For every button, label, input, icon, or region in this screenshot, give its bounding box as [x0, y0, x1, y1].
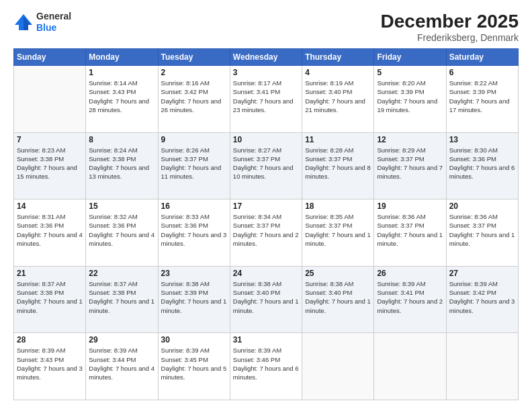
calendar-cell: 29Sunrise: 8:39 AMSunset: 3:44 PMDayligh…: [86, 333, 158, 400]
calendar-cell: 16Sunrise: 8:33 AMSunset: 3:36 PMDayligh…: [158, 199, 230, 267]
day-number: 18: [305, 201, 371, 211]
day-info: Sunrise: 8:17 AMSunset: 3:41 PMDaylight:…: [233, 79, 299, 114]
day-info: Sunrise: 8:32 AMSunset: 3:36 PMDaylight:…: [89, 212, 154, 248]
calendar-cell: 12Sunrise: 8:29 AMSunset: 3:37 PMDayligh…: [374, 132, 446, 199]
calendar-cell: 19Sunrise: 8:36 AMSunset: 3:37 PMDayligh…: [374, 199, 446, 267]
page: General Blue December 2025 Frederiksberg…: [0, 0, 532, 411]
day-header-monday: Monday: [86, 49, 158, 66]
day-info: Sunrise: 8:14 AMSunset: 3:43 PMDaylight:…: [89, 79, 154, 114]
calendar-cell: 22Sunrise: 8:37 AMSunset: 3:38 PMDayligh…: [86, 266, 158, 333]
day-number: 22: [89, 269, 154, 278]
day-info: Sunrise: 8:28 AMSunset: 3:37 PMDaylight:…: [305, 146, 371, 181]
calendar-header-row: SundayMondayTuesdayWednesdayThursdayFrid…: [14, 49, 519, 66]
month-title: December 2025: [381, 11, 519, 32]
day-number: 7: [17, 135, 83, 144]
calendar-week-row: 7Sunrise: 8:23 AMSunset: 3:38 PMDaylight…: [14, 132, 519, 199]
day-number: 17: [233, 201, 299, 211]
calendar-cell: [446, 333, 518, 400]
day-number: 1: [89, 68, 154, 77]
day-info: Sunrise: 8:39 AMSunset: 3:44 PMDaylight:…: [89, 346, 154, 381]
day-number: 12: [377, 135, 443, 144]
day-info: Sunrise: 8:33 AMSunset: 3:36 PMDaylight:…: [161, 212, 227, 248]
day-header-friday: Friday: [374, 49, 446, 66]
day-number: 5: [377, 68, 443, 77]
calendar-cell: 24Sunrise: 8:38 AMSunset: 3:40 PMDayligh…: [230, 266, 302, 333]
day-info: Sunrise: 8:31 AMSunset: 3:36 PMDaylight:…: [17, 212, 83, 248]
day-info: Sunrise: 8:39 AMSunset: 3:43 PMDaylight:…: [17, 346, 83, 381]
calendar-cell: 11Sunrise: 8:28 AMSunset: 3:37 PMDayligh…: [302, 132, 374, 199]
day-number: 4: [305, 68, 371, 77]
day-header-saturday: Saturday: [446, 49, 518, 66]
day-info: Sunrise: 8:24 AMSunset: 3:38 PMDaylight:…: [89, 146, 154, 181]
day-number: 30: [161, 335, 227, 345]
calendar: SundayMondayTuesdayWednesdayThursdayFrid…: [13, 48, 519, 400]
day-number: 28: [17, 335, 83, 345]
calendar-cell: 8Sunrise: 8:24 AMSunset: 3:38 PMDaylight…: [86, 132, 158, 199]
day-info: Sunrise: 8:38 AMSunset: 3:40 PMDaylight:…: [233, 279, 299, 315]
calendar-cell: 26Sunrise: 8:39 AMSunset: 3:41 PMDayligh…: [374, 266, 446, 333]
calendar-cell: [14, 66, 86, 133]
day-header-wednesday: Wednesday: [230, 49, 302, 66]
location: Frederiksberg, Denmark: [381, 32, 519, 43]
calendar-week-row: 28Sunrise: 8:39 AMSunset: 3:43 PMDayligh…: [14, 333, 519, 400]
calendar-cell: 10Sunrise: 8:27 AMSunset: 3:37 PMDayligh…: [230, 132, 302, 199]
day-info: Sunrise: 8:27 AMSunset: 3:37 PMDaylight:…: [233, 146, 299, 181]
day-info: Sunrise: 8:36 AMSunset: 3:37 PMDaylight:…: [377, 212, 443, 248]
calendar-cell: 13Sunrise: 8:30 AMSunset: 3:36 PMDayligh…: [446, 132, 518, 199]
day-number: 3: [233, 68, 299, 77]
calendar-cell: [302, 333, 374, 400]
day-number: 16: [161, 201, 227, 211]
calendar-cell: 20Sunrise: 8:36 AMSunset: 3:37 PMDayligh…: [446, 199, 518, 267]
calendar-cell: 18Sunrise: 8:35 AMSunset: 3:37 PMDayligh…: [302, 199, 374, 267]
calendar-cell: 1Sunrise: 8:14 AMSunset: 3:43 PMDaylight…: [86, 66, 158, 133]
calendar-cell: 28Sunrise: 8:39 AMSunset: 3:43 PMDayligh…: [14, 333, 86, 400]
day-info: Sunrise: 8:29 AMSunset: 3:37 PMDaylight:…: [377, 146, 443, 181]
calendar-cell: 7Sunrise: 8:23 AMSunset: 3:38 PMDaylight…: [14, 132, 86, 199]
day-info: Sunrise: 8:37 AMSunset: 3:38 PMDaylight:…: [89, 279, 154, 315]
calendar-cell: 27Sunrise: 8:39 AMSunset: 3:42 PMDayligh…: [446, 266, 518, 333]
calendar-week-row: 21Sunrise: 8:37 AMSunset: 3:38 PMDayligh…: [14, 266, 519, 333]
day-info: Sunrise: 8:37 AMSunset: 3:38 PMDaylight:…: [17, 279, 83, 315]
calendar-cell: 15Sunrise: 8:32 AMSunset: 3:36 PMDayligh…: [86, 199, 158, 267]
calendar-cell: 4Sunrise: 8:19 AMSunset: 3:40 PMDaylight…: [302, 66, 374, 133]
day-number: 25: [305, 269, 371, 278]
header: General Blue December 2025 Frederiksberg…: [13, 11, 519, 43]
day-number: 31: [233, 335, 299, 345]
calendar-week-row: 1Sunrise: 8:14 AMSunset: 3:43 PMDaylight…: [14, 66, 519, 133]
calendar-cell: [374, 333, 446, 400]
calendar-week-row: 14Sunrise: 8:31 AMSunset: 3:36 PMDayligh…: [14, 199, 519, 267]
calendar-cell: 6Sunrise: 8:22 AMSunset: 3:39 PMDaylight…: [446, 66, 518, 133]
day-number: 2: [161, 68, 227, 77]
calendar-cell: 2Sunrise: 8:16 AMSunset: 3:42 PMDaylight…: [158, 66, 230, 133]
day-info: Sunrise: 8:39 AMSunset: 3:41 PMDaylight:…: [377, 279, 443, 315]
day-info: Sunrise: 8:38 AMSunset: 3:40 PMDaylight:…: [305, 279, 371, 315]
day-info: Sunrise: 8:22 AMSunset: 3:39 PMDaylight:…: [449, 79, 515, 114]
day-number: 14: [17, 201, 83, 211]
day-number: 6: [449, 68, 515, 77]
day-number: 13: [449, 135, 515, 144]
calendar-cell: 25Sunrise: 8:38 AMSunset: 3:40 PMDayligh…: [302, 266, 374, 333]
calendar-cell: 17Sunrise: 8:34 AMSunset: 3:37 PMDayligh…: [230, 199, 302, 267]
day-info: Sunrise: 8:34 AMSunset: 3:37 PMDaylight:…: [233, 212, 299, 248]
day-number: 9: [161, 135, 227, 144]
day-header-sunday: Sunday: [14, 49, 86, 66]
day-info: Sunrise: 8:23 AMSunset: 3:38 PMDaylight:…: [17, 146, 83, 181]
day-number: 27: [449, 269, 515, 278]
day-number: 21: [17, 269, 83, 278]
day-number: 23: [161, 269, 227, 278]
day-info: Sunrise: 8:26 AMSunset: 3:37 PMDaylight:…: [161, 146, 227, 181]
calendar-cell: 14Sunrise: 8:31 AMSunset: 3:36 PMDayligh…: [14, 199, 86, 267]
logo-text: General Blue: [36, 11, 71, 34]
title-block: December 2025 Frederiksberg, Denmark: [381, 11, 519, 43]
calendar-cell: 9Sunrise: 8:26 AMSunset: 3:37 PMDaylight…: [158, 132, 230, 199]
day-number: 26: [377, 269, 443, 278]
day-number: 8: [89, 135, 154, 144]
day-header-tuesday: Tuesday: [158, 49, 230, 66]
day-info: Sunrise: 8:35 AMSunset: 3:37 PMDaylight:…: [305, 212, 371, 248]
day-number: 10: [233, 135, 299, 144]
day-info: Sunrise: 8:30 AMSunset: 3:36 PMDaylight:…: [449, 146, 515, 181]
day-number: 24: [233, 269, 299, 278]
logo-icon: [13, 13, 34, 32]
day-number: 19: [377, 201, 443, 211]
day-info: Sunrise: 8:36 AMSunset: 3:37 PMDaylight:…: [449, 212, 515, 248]
